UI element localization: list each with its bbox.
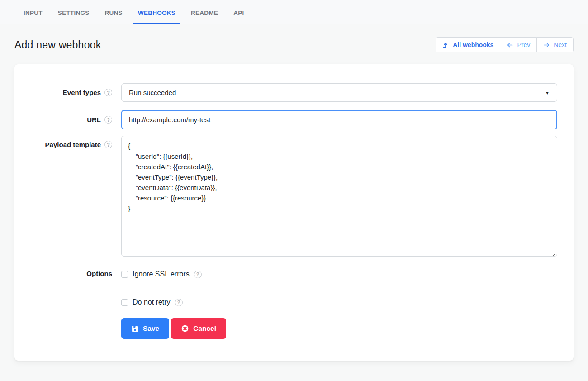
ignore-ssl-checkbox[interactable] — [121, 271, 128, 278]
prev-button[interactable]: Prev — [500, 37, 537, 52]
payload-template-label: Payload template — [45, 141, 101, 148]
payload-template-row: Payload template ? { "userId": {{userId}… — [14, 136, 557, 257]
page-header: Add new webhook All webhooks Prev — [0, 37, 588, 52]
event-types-row: Event types ? Run succeeded ▾ — [14, 83, 557, 102]
tab-bar: INPUT SETTINGS RUNS WEBHOOKS README API — [0, 0, 588, 24]
options-label: Options — [86, 270, 112, 277]
form-actions: Save Cancel — [121, 318, 557, 339]
all-webhooks-label: All webhooks — [453, 41, 493, 48]
help-icon[interactable]: ? — [104, 141, 112, 148]
do-not-retry-checkbox[interactable] — [121, 299, 128, 306]
webhook-form-card: Event types ? Run succeeded ▾ URL ? Payl… — [14, 64, 574, 361]
page-title: Add new webhook — [14, 39, 101, 51]
save-button[interactable]: Save — [121, 318, 169, 339]
event-types-select[interactable]: Run succeeded ▾ — [121, 83, 557, 102]
tab-webhooks[interactable]: WEBHOOKS — [133, 0, 180, 24]
webhook-nav-group: All webhooks Prev Next — [436, 37, 574, 52]
do-not-retry-label[interactable]: Do not retry — [133, 298, 171, 306]
cancel-button[interactable]: Cancel — [171, 318, 226, 339]
arrow-right-icon — [543, 42, 550, 48]
chevron-down-icon: ▾ — [546, 90, 549, 95]
help-icon[interactable]: ? — [194, 271, 202, 278]
url-row: URL ? — [14, 110, 557, 129]
tab-runs[interactable]: RUNS — [100, 0, 127, 24]
help-icon[interactable]: ? — [175, 299, 183, 306]
help-icon[interactable]: ? — [104, 89, 112, 96]
cancel-label: Cancel — [193, 324, 216, 333]
save-label: Save — [143, 324, 159, 333]
arrow-up-from-line-icon — [442, 42, 449, 48]
url-label: URL — [87, 116, 101, 124]
all-webhooks-button[interactable]: All webhooks — [436, 37, 500, 52]
next-button[interactable]: Next — [536, 37, 574, 52]
do-not-retry-option: Do not retry ? — [121, 297, 557, 307]
ignore-ssl-label[interactable]: Ignore SSL errors — [133, 270, 190, 278]
help-icon[interactable]: ? — [104, 116, 112, 124]
payload-template-textarea[interactable]: { "userId": {{userId}}, "createdAt": {{c… — [121, 136, 557, 257]
circle-x-icon — [181, 324, 189, 333]
prev-label: Prev — [517, 41, 530, 48]
tab-input[interactable]: INPUT — [19, 0, 47, 24]
tab-settings[interactable]: SETTINGS — [53, 0, 94, 24]
floppy-disk-icon — [131, 325, 139, 333]
ignore-ssl-option: Ignore SSL errors ? — [121, 269, 557, 279]
tab-readme[interactable]: README — [186, 0, 223, 24]
arrow-left-icon — [507, 42, 513, 48]
next-label: Next — [554, 41, 567, 48]
event-types-selected-value: Run succeeded — [129, 89, 176, 96]
tab-api[interactable]: API — [229, 0, 248, 24]
event-types-label: Event types — [63, 89, 101, 96]
options-row: Options Ignore SSL errors ? Do not retry… — [14, 269, 557, 339]
url-input[interactable] — [121, 110, 557, 129]
